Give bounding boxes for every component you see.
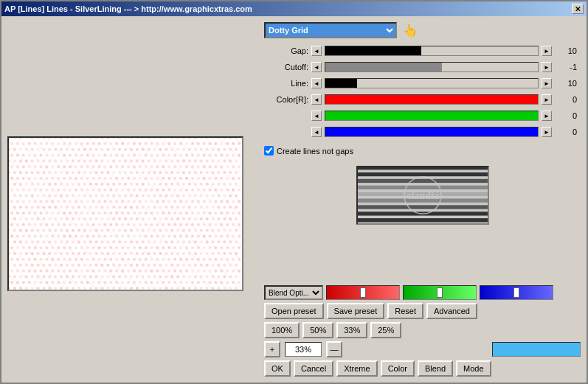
ok-button[interactable]: OK bbox=[264, 360, 291, 377]
color-r-left-arrow[interactable]: ◄ bbox=[311, 94, 322, 105]
cutoff-right-arrow[interactable]: ► bbox=[542, 62, 552, 72]
gap-track[interactable] bbox=[325, 46, 539, 56]
create-lines-label: Create lines not gaps bbox=[277, 147, 353, 156]
left-panel bbox=[7, 22, 258, 377]
gap-label: Gap: bbox=[264, 46, 308, 55]
open-preset-button[interactable]: Open preset bbox=[264, 303, 324, 319]
line-left-arrow[interactable]: ◄ bbox=[311, 78, 322, 88]
title-bar: AP [Lines] Lines - SilverLining --- > ht… bbox=[1, 1, 587, 16]
reset-button[interactable]: Reset bbox=[387, 303, 423, 319]
advanced-button[interactable]: Advanced bbox=[426, 303, 477, 319]
preset-dropdown[interactable]: Dotty Grid bbox=[264, 22, 397, 38]
zoom-50-button[interactable]: 50% bbox=[302, 322, 333, 338]
zoom-100-button[interactable]: 100% bbox=[264, 322, 300, 338]
color-r-slider-row: Color[R]: ◄ ► 0 bbox=[264, 93, 581, 106]
color-g-value: 0 bbox=[555, 111, 577, 120]
line-track[interactable] bbox=[325, 78, 539, 88]
gap-left-arrow[interactable]: ◄ bbox=[311, 46, 322, 56]
color-b-left-arrow[interactable]: ◄ bbox=[311, 127, 322, 137]
preview-canvas bbox=[9, 138, 242, 290]
color-button[interactable]: Color bbox=[381, 360, 415, 377]
line-fill bbox=[325, 79, 357, 88]
blend-button[interactable]: Blend bbox=[418, 360, 453, 377]
zoom-minus-button[interactable]: — bbox=[326, 341, 342, 357]
cutoff-track[interactable] bbox=[325, 62, 539, 72]
create-lines-checkbox[interactable] bbox=[264, 146, 274, 156]
checkbox-row: Create lines not gaps bbox=[264, 146, 581, 156]
finger-icon: 👆 bbox=[403, 24, 418, 38]
color-r-label: Color[R]: bbox=[264, 95, 308, 104]
line-slider-row: Line: ◄ ► 10 bbox=[264, 77, 581, 90]
blend-green-slider[interactable] bbox=[403, 285, 477, 300]
content-area: Dotty Grid 👆 Gap: ◄ ► 10 Cutoff: ◄ bbox=[1, 16, 587, 383]
blend-green-thumb bbox=[437, 287, 443, 298]
gap-slider-row: Gap: ◄ ► 10 bbox=[264, 44, 581, 57]
spacer bbox=[264, 231, 581, 282]
zoom-value-display: 33% bbox=[285, 342, 322, 357]
stripe-canvas bbox=[356, 166, 489, 225]
color-g-right-arrow[interactable]: ► bbox=[542, 111, 552, 121]
zoom-33-button[interactable]: 33% bbox=[336, 322, 367, 338]
gap-value: 10 bbox=[555, 46, 577, 55]
zoom-plus-button[interactable]: + bbox=[264, 341, 280, 357]
zoom-25-button[interactable]: 25% bbox=[370, 322, 401, 338]
line-label: Line: bbox=[264, 79, 308, 88]
blend-blue-slider[interactable] bbox=[480, 285, 553, 300]
color-r-right-arrow[interactable]: ► bbox=[542, 94, 552, 105]
cutoff-left-arrow[interactable]: ◄ bbox=[311, 62, 322, 72]
action-buttons-row: OK Cancel Xtreme Color Blend Mode bbox=[264, 360, 581, 377]
color-g-fill bbox=[325, 111, 538, 120]
preset-buttons-row: Open preset Save preset Reset Advanced bbox=[264, 303, 581, 319]
cutoff-value: -1 bbox=[555, 63, 577, 71]
cancel-button[interactable]: Cancel bbox=[294, 360, 333, 377]
main-window: AP [Lines] Lines - SilverLining --- > ht… bbox=[0, 0, 588, 384]
title-text: AP [Lines] Lines - SilverLining --- > ht… bbox=[4, 4, 252, 13]
color-b-right-arrow[interactable]: ► bbox=[542, 127, 552, 137]
color-b-track[interactable] bbox=[325, 127, 539, 137]
gap-right-arrow[interactable]: ► bbox=[542, 46, 552, 56]
line-right-arrow[interactable]: ► bbox=[542, 78, 552, 88]
close-button[interactable]: ✕ bbox=[572, 4, 584, 14]
stripe-preview bbox=[356, 166, 489, 225]
line-value: 10 bbox=[555, 79, 577, 88]
blend-red-slider[interactable] bbox=[326, 285, 400, 300]
color-g-left-arrow[interactable]: ◄ bbox=[311, 111, 322, 121]
color-swatch bbox=[492, 342, 581, 357]
cutoff-slider-row: Cutoff: ◄ ► -1 bbox=[264, 60, 581, 74]
xtreme-button[interactable]: Xtreme bbox=[336, 360, 377, 377]
blend-red-thumb bbox=[360, 287, 366, 298]
mode-button[interactable]: Mode bbox=[456, 360, 491, 377]
color-r-fill bbox=[325, 95, 538, 104]
color-r-track[interactable] bbox=[325, 94, 539, 105]
color-g-track[interactable] bbox=[325, 111, 539, 121]
dropdown-row: Dotty Grid 👆 bbox=[264, 22, 581, 38]
preview-box bbox=[7, 136, 243, 291]
blend-blue-thumb bbox=[513, 287, 519, 298]
save-preset-button[interactable]: Save preset bbox=[327, 303, 385, 319]
zoom-presets-row: 100% 50% 33% 25% bbox=[264, 322, 581, 338]
bottom-controls: Blend Opti... Open preset Save prese bbox=[264, 285, 581, 377]
color-b-slider-row: ◄ ► 0 bbox=[264, 125, 581, 139]
blend-row: Blend Opti... bbox=[264, 285, 581, 300]
color-r-value: 0 bbox=[555, 95, 577, 104]
right-panel: Dotty Grid 👆 Gap: ◄ ► 10 Cutoff: ◄ bbox=[264, 22, 581, 377]
color-b-value: 0 bbox=[555, 128, 577, 136]
cutoff-fill bbox=[325, 63, 442, 71]
gap-fill bbox=[325, 46, 421, 55]
cutoff-label: Cutoff: bbox=[264, 63, 308, 71]
zoom-current-row: + 33% — bbox=[264, 341, 581, 357]
color-g-slider-row: ◄ ► 0 bbox=[264, 109, 581, 122]
blend-options-dropdown[interactable]: Blend Opti... bbox=[264, 285, 323, 300]
color-b-fill bbox=[325, 128, 538, 136]
